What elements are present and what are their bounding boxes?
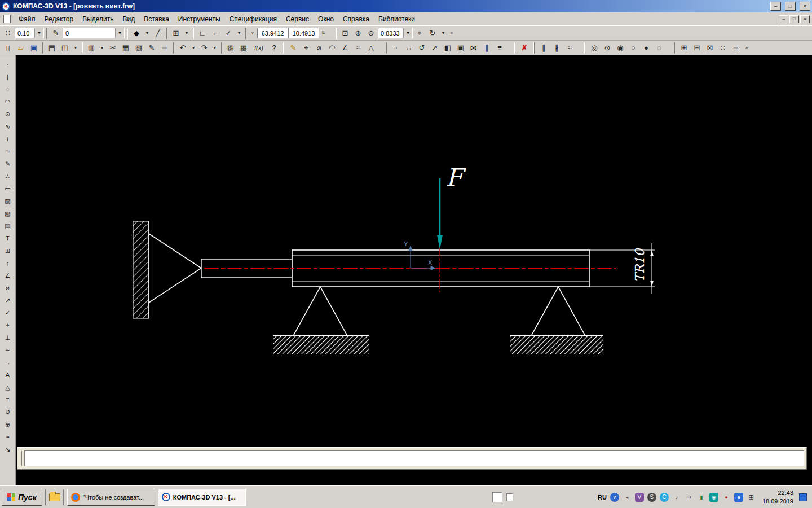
docmanager-dropdown-icon[interactable]: ▾ (98, 42, 106, 54)
mdi-restore-button[interactable]: □ (789, 15, 799, 23)
cut-button[interactable]: ✂ (107, 42, 119, 54)
snap-settings-icon[interactable]: ✓ (222, 28, 235, 39)
print-preview-button[interactable]: ◫ (59, 42, 71, 54)
copy-button[interactable]: ▦ (120, 42, 132, 54)
tray-skype-icon[interactable]: S (647, 493, 656, 502)
refresh-dropdown-icon[interactable]: ▾ (439, 28, 447, 39)
trim-button[interactable]: ⋈ (467, 42, 480, 54)
point-tool-icon[interactable]: · (2, 59, 14, 70)
minimize-button[interactable]: – (770, 2, 781, 11)
circle-point-button[interactable]: ◉ (614, 42, 626, 54)
measure-curve-button[interactable]: ≈ (352, 42, 364, 54)
tray-help-icon[interactable]: ? (610, 493, 619, 502)
menu-file[interactable]: Файл (14, 14, 40, 25)
tray-browser-icon[interactable]: e (734, 493, 743, 502)
redo-button[interactable]: ↷ (198, 42, 210, 54)
layer-combo[interactable]: 0 ▾ (63, 28, 125, 38)
toolbar-grip[interactable] (514, 42, 515, 54)
undo-dropdown-icon[interactable]: ▾ (189, 42, 197, 54)
color-dropdown-icon[interactable]: ▾ (143, 28, 151, 39)
zoom-out-icon[interactable]: ⊖ (365, 28, 377, 39)
strokes-tool-icon[interactable]: ▤ (2, 220, 14, 231)
auxiliary-line-tool-icon[interactable]: | (2, 71, 14, 82)
select-frame-button[interactable]: ▫ (390, 42, 402, 54)
dots-button[interactable]: ∷ (717, 42, 729, 54)
menu-insert[interactable]: Вставка (139, 14, 174, 25)
copy-properties-button[interactable]: ✎ (145, 42, 158, 54)
quick-launch-folder-icon[interactable] (49, 493, 60, 501)
parallel-line-button[interactable]: ∥ (537, 42, 550, 54)
snap-dropdown-icon[interactable]: ▾ (235, 28, 243, 39)
open-document-button[interactable]: ▱ (15, 42, 27, 54)
tray-capture-icon[interactable]: ◉ (709, 493, 718, 502)
menu-libraries[interactable]: Библиотеки (374, 14, 420, 25)
toolbar-grip[interactable] (584, 42, 585, 54)
diameter-dimension-tool-icon[interactable]: ⌀ (2, 282, 14, 294)
menu-service[interactable]: Сервис (281, 14, 314, 25)
show-desktop-icon[interactable] (799, 493, 807, 501)
library-manager-button[interactable]: ▨ (224, 42, 237, 54)
move-button[interactable]: ↔ (403, 42, 415, 54)
measure-point-button[interactable]: ⌖ (300, 42, 312, 54)
toolbar-grip[interactable] (386, 42, 387, 54)
roughness-tool-icon[interactable]: ✓ (2, 307, 14, 318)
language-indicator[interactable]: RU (598, 494, 607, 501)
scale-button[interactable]: ↗ (429, 42, 441, 54)
new-document-button[interactable]: ▯ (2, 42, 14, 54)
local-cs-icon[interactable]: Y (249, 28, 257, 39)
context-help-button[interactable]: ? (268, 42, 280, 54)
corner-mode-icon[interactable]: ⌐ (209, 28, 222, 39)
x-coordinate-field[interactable]: -63.9412 (257, 28, 288, 38)
points-tool-icon[interactable]: ∴ (2, 170, 14, 182)
spline-tool-icon[interactable]: ∿ (2, 121, 14, 132)
ortho-mode-icon[interactable]: ∟ (196, 28, 209, 39)
background-window-icon[interactable] (492, 492, 502, 502)
tray-network-icon[interactable]: ılı (685, 493, 694, 502)
wave-line-button[interactable]: ≈ (563, 42, 576, 54)
menu-editor[interactable]: Редактор (40, 14, 78, 25)
angle-dimension-tool-icon[interactable]: ∠ (2, 270, 14, 281)
measure-diameter-button[interactable]: ⌀ (313, 42, 325, 54)
wavy-break-tool-icon[interactable]: ∼ (2, 344, 14, 356)
menu-select[interactable]: Выделить (78, 14, 118, 25)
grid-dropdown-icon[interactable]: ▾ (183, 28, 191, 39)
menu-window[interactable]: Окно (314, 14, 338, 25)
align-button[interactable]: ≡ (493, 42, 506, 54)
copy-object-button[interactable]: ▣ (454, 42, 467, 54)
table-tool-icon[interactable]: ⊞ (2, 245, 14, 256)
variables-button[interactable]: f(x) (250, 42, 267, 54)
preview-dropdown-icon[interactable]: ▾ (72, 42, 80, 54)
datum-tool-icon[interactable]: ⌖ (2, 319, 14, 331)
filled-circle-button[interactable]: ● (640, 42, 652, 54)
stop-command-button[interactable]: ✗ (518, 42, 531, 54)
grid-minus-button[interactable]: ⊟ (691, 42, 703, 54)
menu-view[interactable]: Вид (118, 14, 140, 25)
nonparallel-line-button[interactable]: ∦ (550, 42, 563, 54)
property-bar-grip[interactable] (20, 451, 22, 466)
menu-help[interactable]: Справка (338, 14, 374, 25)
hatch-tool-icon[interactable]: ▨ (2, 195, 14, 207)
document-settings-icon[interactable]: ∷ (2, 28, 14, 39)
tray-grid-icon[interactable]: ⊞ (747, 493, 756, 502)
rectangle-tool-icon[interactable]: ▭ (2, 183, 14, 194)
curve-tool-icon[interactable]: ≀ (2, 133, 14, 144)
tray-viber-icon[interactable]: V (635, 493, 644, 502)
tray-battery-icon[interactable]: ▮ (697, 493, 706, 502)
refresh-view-icon[interactable]: ↻ (426, 28, 439, 39)
fill-tool-icon[interactable]: ▧ (2, 208, 14, 219)
strokes-button[interactable]: ≣ (730, 42, 742, 54)
toolbar1-overflow-icon[interactable]: » (448, 28, 456, 39)
magnifier-tool-icon[interactable]: ◌ (2, 84, 14, 95)
layer-dropdown-icon[interactable]: ▾ (115, 28, 124, 38)
pencil-tool-icon[interactable]: ✎ (2, 158, 14, 169)
measure-area-button[interactable]: △ (365, 42, 377, 54)
title-bar[interactable]: K КОМПАС-3D V13 - [ровнять винт.frw] – □… (0, 0, 812, 12)
insert-tool-icon[interactable]: ⊕ (2, 419, 14, 430)
approx-tool-icon[interactable]: ≈ (2, 431, 14, 443)
grid-insert-button[interactable]: ⊞ (678, 42, 690, 54)
tray-record-icon[interactable]: ● (722, 493, 731, 502)
tray-chevron-icon[interactable]: ◂ (623, 493, 632, 502)
toolbar-grip[interactable] (283, 42, 284, 54)
mdi-close-button[interactable]: × (800, 15, 810, 23)
arrow-tool-icon[interactable]: → (2, 357, 14, 368)
